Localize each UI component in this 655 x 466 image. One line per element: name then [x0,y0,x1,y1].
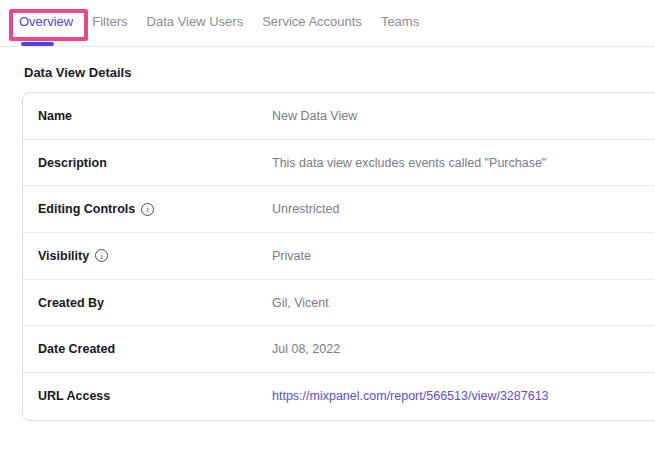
info-icon[interactable]: i [95,249,108,262]
tab-service-accounts[interactable]: Service Accounts [262,15,362,29]
table-row-name: Name New Data View [23,93,655,140]
row-label: Editing Controls i [38,202,272,216]
data-view-url-link[interactable]: https://mixpanel.com/report/566513/view/… [272,389,549,403]
tab-bar: Overview Filters Data View Users Service… [0,0,655,47]
row-value: New Data View [272,109,357,123]
row-label: Visibility i [38,249,272,263]
table-row-editing-controls: Editing Controls i Unrestricted [23,186,655,233]
row-value: Jul 08, 2022 [272,342,340,356]
info-icon[interactable]: i [141,203,154,216]
tab-filters[interactable]: Filters [92,15,127,29]
row-value: Unrestricted [272,202,339,216]
page-title: Data View Details [24,65,655,80]
table-row-description: Description This data view excludes even… [23,140,655,187]
table-row-url-access: URL Access https://mixpanel.com/report/5… [23,373,655,420]
row-value: https://mixpanel.com/report/566513/view/… [272,389,549,403]
row-label: Name [38,109,272,123]
row-value: This data view excludes events called "P… [272,156,546,170]
row-value: Gil, Vicent [272,296,329,310]
row-label: URL Access [38,389,272,403]
table-row-visibility: Visibility i Private [23,233,655,280]
tab-data-view-users[interactable]: Data View Users [147,15,244,29]
row-label: Date Created [38,342,272,356]
table-row-date-created: Date Created Jul 08, 2022 [23,326,655,373]
tab-teams[interactable]: Teams [381,15,419,29]
active-tab-indicator [21,42,54,46]
row-label: Created By [38,296,272,310]
table-row-created-by: Created By Gil, Vicent [23,280,655,327]
row-value: Private [272,249,311,263]
data-view-details-card: Name New Data View Description This data… [22,92,655,421]
tab-overview[interactable]: Overview [19,15,73,29]
row-label: Description [38,156,272,170]
